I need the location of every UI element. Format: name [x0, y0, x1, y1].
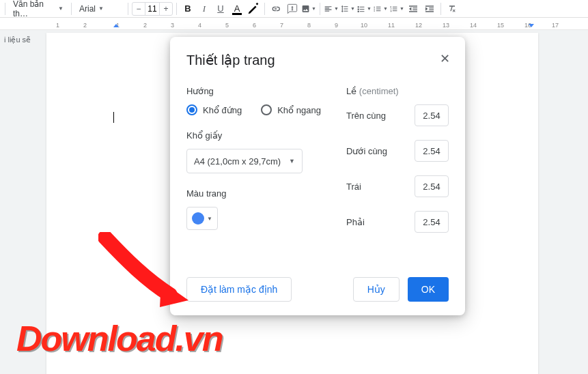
margin-bottom-label: Dưới cùng — [346, 146, 387, 156]
margin-top-input[interactable] — [415, 104, 449, 126]
dialog-title: Thiết lập trang — [186, 52, 449, 68]
radio-icon — [186, 104, 197, 115]
margin-top-label: Trên cùng — [346, 111, 386, 121]
paper-size-label: Khổ giấy — [186, 130, 323, 141]
close-icon[interactable]: ✕ — [436, 51, 453, 67]
cancel-button[interactable]: Hủy — [353, 277, 400, 302]
orientation-label: Hướng — [186, 86, 323, 96]
margin-left-label: Trái — [346, 182, 361, 192]
paper-size-select[interactable]: A4 (21,0cm x 29,7cm) ▼ — [186, 149, 303, 173]
radio-label: Khổ ngang — [277, 105, 321, 115]
set-default-button[interactable]: Đặt làm mặc định — [186, 277, 292, 302]
orientation-portrait-radio[interactable]: Khổ đứng — [186, 104, 242, 115]
color-swatch — [192, 212, 204, 225]
margin-bottom-input[interactable] — [415, 140, 449, 162]
page-color-label: Màu trang — [186, 188, 323, 199]
page-color-button[interactable]: ▼ — [186, 207, 218, 230]
chevron-down-icon: ▼ — [207, 216, 212, 222]
ok-button[interactable]: OK — [408, 277, 449, 302]
margin-right-input[interactable] — [415, 211, 449, 233]
chevron-down-icon: ▼ — [289, 158, 295, 164]
margin-right-label: Phải — [346, 217, 365, 227]
radio-label: Khổ đứng — [203, 105, 242, 115]
page-setup-dialog: Thiết lập trang ✕ Hướng Khổ đứng Khổ nga… — [170, 37, 465, 315]
margin-left-input[interactable] — [415, 175, 449, 197]
paper-size-value: A4 (21,0cm x 29,7cm) — [194, 156, 281, 167]
margins-label: Lề (centimet) — [346, 86, 449, 96]
radio-icon — [261, 104, 272, 115]
orientation-landscape-radio[interactable]: Khổ ngang — [261, 104, 321, 115]
